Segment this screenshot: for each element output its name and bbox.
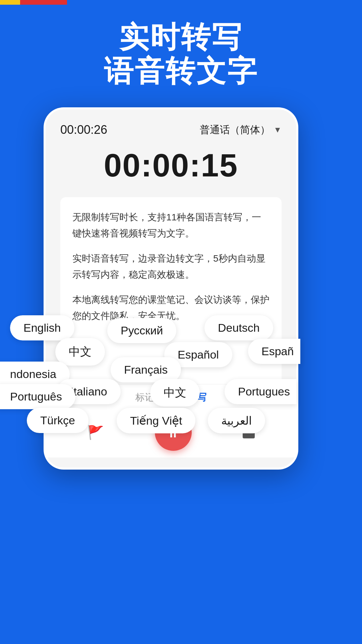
pause-button[interactable]: ⏸ bbox=[155, 414, 192, 451]
stop-button[interactable] bbox=[243, 426, 255, 438]
tab-mark[interactable]: 标记 bbox=[135, 391, 154, 404]
title-line2: 语音转文字 bbox=[0, 54, 362, 88]
big-timer: 00:00:15 bbox=[60, 147, 282, 184]
phone-header: 00:00:26 普通话（简体） ▼ bbox=[60, 123, 282, 137]
progress-red bbox=[20, 0, 67, 5]
phone-inner: 00:00:26 普通话（简体） ▼ 00:00:15 无限制转写时长，支持11… bbox=[46, 109, 296, 468]
language-label: 普通话（简体） bbox=[200, 123, 270, 137]
content-area: 无限制转写时长，支持11种各国语言转写，一键快速将音视频转写为文字。 实时语音转… bbox=[60, 197, 282, 384]
flag-icon[interactable]: 🚩 bbox=[87, 425, 104, 440]
dropdown-arrow-icon: ▼ bbox=[274, 125, 282, 135]
main-title: 实时转写 语音转文字 bbox=[0, 20, 362, 88]
tab-transcribe[interactable]: 转写 bbox=[188, 391, 206, 404]
phone-mockup: 00:00:26 普通话（简体） ▼ 00:00:15 无限制转写时长，支持11… bbox=[44, 107, 298, 470]
content-para1: 无限制转写时长，支持11种各国语言转写，一键快速将音视频转写为文字。 bbox=[72, 209, 269, 241]
title-line1: 实时转写 bbox=[0, 20, 362, 54]
small-timer: 00:00:26 bbox=[60, 123, 107, 137]
progress-blue bbox=[67, 0, 362, 5]
content-para3: 本地离线转写您的课堂笔记、会议访谈等，保护您的文件隐私，安全无忧。 bbox=[72, 292, 269, 324]
title-area: 实时转写 语音转文字 bbox=[0, 20, 362, 88]
phone-bottom: 标记 转写 🚩 ⏸ bbox=[46, 384, 296, 458]
pause-icon: ⏸ bbox=[166, 424, 182, 441]
tab-row: 标记 转写 bbox=[60, 391, 282, 404]
language-selector[interactable]: 普通话（简体） ▼ bbox=[200, 123, 282, 137]
content-para2: 实时语音转写，边录音边转文字，5秒内自动显示转写内容，稳定高效极速。 bbox=[72, 251, 269, 282]
progress-bar bbox=[0, 0, 362, 5]
progress-yellow bbox=[0, 0, 20, 5]
controls-row: 🚩 ⏸ bbox=[60, 411, 282, 458]
